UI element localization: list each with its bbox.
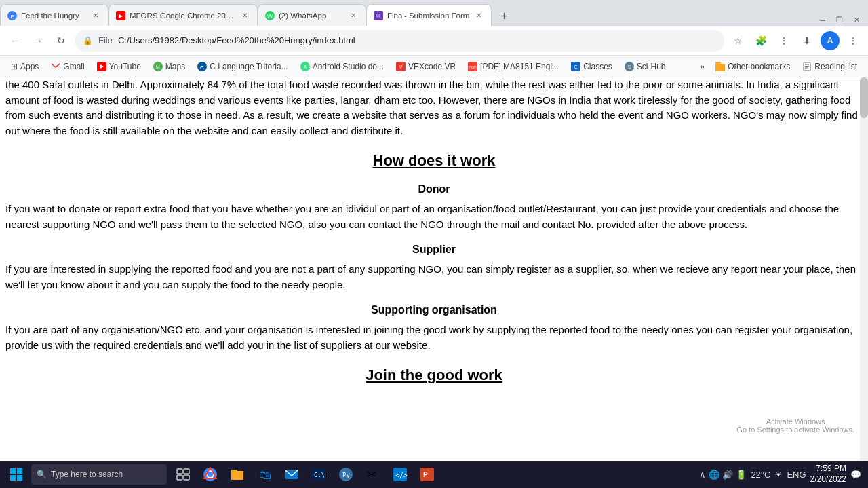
taskbar-explorer[interactable] [225, 462, 250, 487]
back-button[interactable]: ← [5, 31, 24, 50]
bookmarks-bar: ⊞ Apps Gmail YouTube M Maps C C Language… [0, 56, 868, 77]
tab-close-4[interactable]: ✕ [473, 10, 484, 21]
svg-text:Py: Py [342, 472, 350, 478]
svg-text:C: C [574, 64, 578, 69]
opening-paragraph: the 400 Safal outlets in Delhi. Approxim… [5, 77, 863, 138]
close-button[interactable]: ✕ [851, 14, 863, 26]
pdf-icon: PDF [468, 62, 477, 71]
profile-avatar[interactable]: A [821, 31, 840, 50]
taskbar-store[interactable]: 🛍 [252, 462, 277, 487]
reading-list-item[interactable]: Reading list [797, 60, 863, 73]
bookmark-pdf[interactable]: PDF [PDF] MA8151 Engi... [462, 60, 564, 73]
scrollbar-thumb[interactable] [860, 77, 868, 118]
mail-icon [284, 467, 299, 482]
tab-close-2[interactable]: ✕ [239, 10, 250, 21]
extensions-button[interactable]: ⋮ [774, 31, 793, 50]
temp-display: 22°C [751, 470, 770, 480]
bookmark-gmail[interactable]: Gmail [45, 60, 90, 73]
taskbar-search-placeholder: Type here to search [51, 470, 123, 479]
bookmark-clang[interactable]: C C Language Tutoria... [192, 60, 293, 73]
forward-button[interactable]: → [28, 31, 47, 50]
donor-heading: Donor [5, 181, 863, 198]
bookmark-scihub[interactable]: S Sci-Hub [619, 60, 671, 73]
network-icon[interactable]: 🌐 [709, 470, 719, 480]
terminal-icon: C:\> [311, 467, 326, 482]
downloads-button[interactable]: ⬇ [797, 31, 816, 50]
bookmark-android[interactable]: A Android Studio do... [295, 60, 389, 73]
bookmark-android-label: Android Studio do... [313, 62, 384, 71]
bookmarks-more-button[interactable]: » [696, 60, 709, 73]
tab-controls: ─ ❐ ✕ [817, 14, 868, 26]
classes-icon: C [571, 62, 580, 71]
taskbar: 🔍 Type here to search [0, 461, 868, 488]
svg-text:S: S [627, 64, 631, 69]
tab-whatsapp[interactable]: W (2) WhatsApp ✕ [258, 4, 366, 26]
tab-feed-hungry[interactable]: F Feed the Hungry ✕ [0, 4, 108, 26]
bookmark-classes[interactable]: C Classes [566, 60, 618, 73]
url-bar[interactable]: 🔒 File C:/Users/91982/Desktop/Feed%20the… [75, 30, 724, 52]
taskbar-vscode[interactable]: </> [388, 462, 412, 487]
bookmark-other-label: Other bookmarks [728, 62, 790, 71]
svg-text:A: A [303, 64, 307, 69]
reading-list-icon [802, 62, 812, 71]
tab-bar: F Feed the Hungry ✕ ▶ MFORS Google Chrom… [0, 0, 868, 26]
svg-point-41 [208, 472, 213, 477]
svg-text:PDF: PDF [469, 65, 477, 69]
bookmark-youtube[interactable]: YouTube [92, 60, 146, 73]
taskbar-terminal[interactable]: C:\> [307, 462, 331, 487]
notification-icon[interactable]: 💬 [850, 470, 861, 480]
chrome-taskbar-icon [203, 467, 218, 482]
bookmark-vex-label: VEXcode VR [408, 62, 456, 71]
svg-text:🛍: 🛍 [259, 468, 271, 482]
menu-button[interactable]: ⋮ [844, 31, 863, 50]
tab-close-1[interactable]: ✕ [90, 10, 101, 21]
taskbar-chrome[interactable] [198, 462, 222, 487]
bookmark-star-button[interactable]: ☆ [728, 31, 747, 50]
start-button[interactable] [3, 461, 30, 488]
tab-title-2: MFORS Google Chrome 2022 02... [130, 12, 235, 20]
supplier-heading: Supplier [5, 242, 863, 258]
bookmark-scihub-label: Sci-Hub [637, 62, 666, 71]
taskbar-mail[interactable] [279, 462, 304, 487]
powerpoint-icon: P [420, 467, 435, 482]
tab-close-3[interactable]: ✕ [348, 10, 359, 21]
volume-icon[interactable]: 🔊 [722, 470, 733, 480]
reading-list-label: Reading list [814, 62, 857, 71]
language-display: ENG [787, 470, 806, 480]
tab-mfors[interactable]: ▶ MFORS Google Chrome 2022 02... ✕ [108, 4, 258, 26]
svg-rect-35 [177, 469, 182, 474]
extension-puzzle-button[interactable]: 🧩 [751, 31, 770, 50]
restore-button[interactable]: ❐ [833, 14, 846, 26]
taskbar-python[interactable]: Py [334, 462, 358, 487]
svg-text:</>: </> [395, 472, 408, 479]
minimize-button[interactable]: ─ [817, 15, 828, 26]
bookmark-apps[interactable]: ⊞ Apps [5, 60, 44, 73]
svg-rect-43 [231, 470, 237, 472]
taskbar-search-box[interactable]: 🔍 Type here to search [31, 464, 167, 485]
scihub-icon: S [625, 62, 634, 71]
svg-text:✂: ✂ [367, 468, 376, 481]
new-tab-button[interactable]: + [494, 7, 513, 26]
clock-time: 7:59 PM [810, 464, 846, 474]
svg-rect-36 [184, 469, 189, 474]
bookmark-maps[interactable]: M Maps [148, 60, 191, 73]
svg-rect-31 [10, 468, 16, 474]
reload-button[interactable]: ↻ [52, 31, 71, 50]
svg-rect-38 [184, 475, 189, 480]
address-actions: ☆ 🧩 ⋮ ⬇ A ⋮ [728, 31, 863, 50]
battery-icon[interactable]: 🔋 [736, 470, 747, 480]
svg-text:C:\>: C:\> [314, 472, 326, 478]
svg-text:P: P [423, 471, 428, 478]
bookmark-other[interactable]: Other bookmarks [710, 60, 795, 73]
taskbar-app7[interactable]: ✂ [361, 462, 385, 487]
taskbar-powerpoint[interactable]: P [415, 462, 439, 487]
bookmark-youtube-label: YouTube [109, 62, 141, 71]
folder-icon [715, 62, 725, 71]
taskbar-task-view[interactable] [171, 462, 195, 487]
taskbar-clock[interactable]: 7:59 PM 2/20/2022 [810, 464, 846, 485]
bookmark-vex[interactable]: V VEXcode VR [391, 60, 461, 73]
scrollbar-track[interactable] [860, 77, 868, 461]
chevron-up-icon[interactable]: ∧ [699, 470, 706, 480]
taskbar-right: ∧ 🌐 🔊 🔋 22°C ☀ ENG 7:59 PM 2/20/2022 💬 [699, 464, 865, 485]
tab-submission-form[interactable]: ✉ Final- Submission Form ✕ [366, 4, 492, 26]
